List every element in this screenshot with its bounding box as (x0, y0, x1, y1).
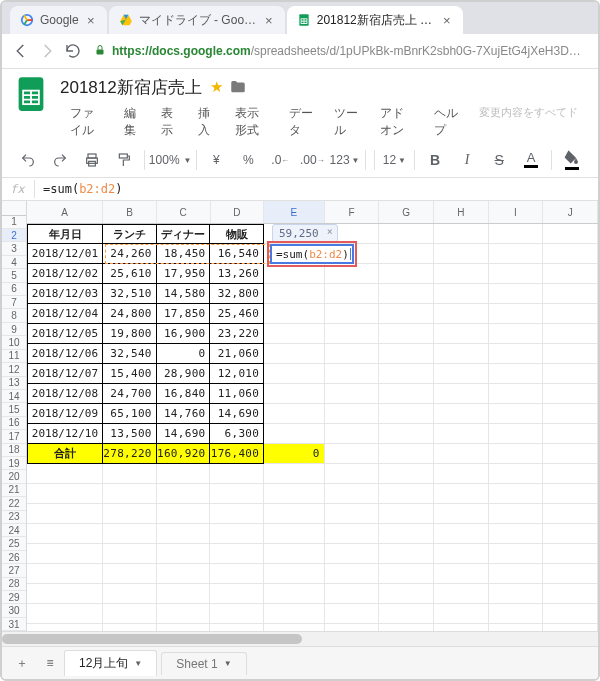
cell[interactable] (434, 344, 489, 364)
active-cell-editor[interactable]: =sum(b2:d2) (270, 244, 354, 264)
cell[interactable] (434, 224, 489, 244)
cell[interactable] (434, 244, 489, 264)
cell[interactable] (210, 504, 264, 524)
cell[interactable] (434, 324, 489, 344)
menu-file[interactable]: ファイル (60, 101, 114, 143)
format-currency-button[interactable]: ¥ (200, 147, 232, 173)
cell[interactable] (434, 404, 489, 424)
cell[interactable] (210, 544, 264, 564)
cell[interactable]: 6,300 (210, 424, 264, 444)
cell[interactable] (489, 404, 544, 424)
cell[interactable] (325, 584, 380, 604)
cell[interactable]: 2018/12/05 (27, 324, 103, 344)
row-header[interactable]: 8 (2, 309, 26, 322)
cell[interactable] (379, 304, 434, 324)
cell[interactable]: 24,260 (103, 244, 157, 264)
cell[interactable] (157, 464, 211, 484)
column-header[interactable]: J (543, 201, 598, 223)
cell[interactable] (325, 404, 380, 424)
cell[interactable] (434, 504, 489, 524)
cell[interactable] (210, 524, 264, 544)
cell[interactable]: 24,800 (103, 304, 157, 324)
cell[interactable] (543, 464, 598, 484)
add-sheet-button[interactable]: ＋ (8, 651, 36, 675)
italic-button[interactable]: I (451, 147, 483, 173)
cell[interactable] (157, 564, 211, 584)
cell[interactable]: 合計 (27, 444, 103, 464)
cell[interactable]: 0 (157, 344, 211, 364)
cell[interactable] (379, 544, 434, 564)
cell[interactable] (489, 564, 544, 584)
cell[interactable] (543, 504, 598, 524)
star-icon[interactable]: ★ (210, 78, 223, 96)
cell[interactable] (434, 424, 489, 444)
cell[interactable]: 16,900 (157, 324, 211, 344)
cell[interactable] (157, 484, 211, 504)
cell[interactable] (325, 304, 380, 324)
cell[interactable] (103, 484, 157, 504)
cell[interactable] (434, 364, 489, 384)
cell[interactable] (103, 624, 157, 631)
row-header[interactable]: 24 (2, 524, 26, 537)
strikethrough-button[interactable]: S (483, 147, 515, 173)
cell[interactable]: 2018/12/02 (27, 264, 103, 284)
column-header[interactable]: D (211, 201, 265, 223)
cell[interactable]: 24,700 (103, 384, 157, 404)
cell[interactable] (543, 564, 598, 584)
column-header[interactable]: F (325, 201, 380, 223)
cell[interactable] (379, 484, 434, 504)
column-header[interactable]: B (103, 201, 157, 223)
cell[interactable] (325, 284, 380, 304)
cell[interactable] (543, 484, 598, 504)
column-header[interactable]: A (27, 201, 103, 223)
row-header[interactable]: 14 (2, 390, 26, 403)
doc-title[interactable]: 201812新宿店売上 (60, 76, 202, 99)
cell[interactable] (264, 584, 325, 604)
cell[interactable] (489, 304, 544, 324)
row-header[interactable]: 31 (2, 618, 26, 631)
cell[interactable]: 19,800 (103, 324, 157, 344)
cell[interactable] (325, 424, 380, 444)
cell[interactable] (543, 304, 598, 324)
cell[interactable] (264, 504, 325, 524)
menu-insert[interactable]: 挿入 (188, 101, 225, 143)
number-format-select[interactable]: 123▼ (328, 147, 360, 173)
select-all-corner[interactable] (2, 201, 26, 216)
menu-addons[interactable]: アドオン (370, 101, 424, 143)
row-header[interactable]: 19 (2, 457, 26, 470)
row-header[interactable]: 9 (2, 323, 26, 336)
cell[interactable] (325, 504, 380, 524)
menu-tools[interactable]: ツール (324, 101, 369, 143)
row-header[interactable]: 4 (2, 256, 26, 269)
cell[interactable] (264, 464, 325, 484)
cell[interactable] (489, 424, 544, 444)
menu-view[interactable]: 表示 (151, 101, 188, 143)
undo-button[interactable] (12, 147, 44, 173)
cell[interactable]: 2018/12/04 (27, 304, 103, 324)
cell[interactable] (543, 264, 598, 284)
cell[interactable] (264, 624, 325, 631)
cell[interactable]: 2018/12/08 (27, 384, 103, 404)
cell[interactable] (543, 324, 598, 344)
cell[interactable] (103, 584, 157, 604)
cell[interactable] (379, 344, 434, 364)
nav-reload-button[interactable] (60, 38, 86, 64)
cell[interactable]: 11,060 (210, 384, 264, 404)
cell[interactable]: ランチ (103, 224, 157, 244)
cell[interactable] (543, 404, 598, 424)
cell[interactable] (489, 224, 544, 244)
cell[interactable] (325, 604, 380, 624)
cell[interactable]: 13,260 (210, 264, 264, 284)
sheet-tab-active[interactable]: 12月上旬▼ (64, 650, 157, 676)
cell[interactable]: 18,450 (157, 244, 211, 264)
cell[interactable] (103, 524, 157, 544)
cell[interactable]: 21,060 (210, 344, 264, 364)
cell[interactable] (27, 484, 103, 504)
cell[interactable] (379, 384, 434, 404)
cell[interactable] (543, 584, 598, 604)
cell[interactable]: 160,920 (157, 444, 211, 464)
row-header[interactable]: 17 (2, 430, 26, 443)
menu-data[interactable]: データ (279, 101, 324, 143)
cell[interactable]: 2018/12/06 (27, 344, 103, 364)
cell[interactable] (434, 384, 489, 404)
